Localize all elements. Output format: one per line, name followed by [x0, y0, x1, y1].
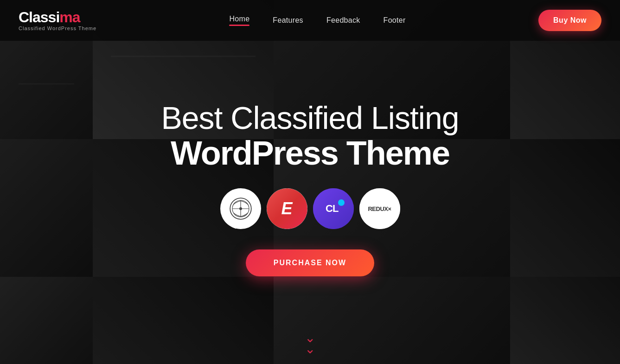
- navbar: Classima Classified WordPress Theme Home…: [0, 0, 620, 41]
- classima-icon: CL: [313, 188, 354, 229]
- nav-item-home[interactable]: Home: [229, 15, 249, 26]
- logo-classi: Classi: [19, 9, 59, 26]
- hero-title-line2: WordPress Theme: [171, 135, 449, 172]
- nav-link-features[interactable]: Features: [273, 16, 303, 24]
- redux-icon: REDUX×: [359, 188, 400, 229]
- svg-point-4: [239, 207, 242, 210]
- nav-links: Home Features Feedback Footer: [229, 15, 405, 26]
- chevron-down-icon-2: ⌄: [305, 344, 315, 355]
- nav-item-features[interactable]: Features: [273, 16, 303, 25]
- redux-label: REDUX×: [368, 205, 391, 212]
- nav-link-home[interactable]: Home: [229, 15, 249, 23]
- plugin-icons-row: E CL REDUX×: [220, 188, 400, 229]
- wordpress-icon: [220, 188, 261, 229]
- nav-item-footer[interactable]: Footer: [384, 16, 406, 25]
- svg-text:CL: CL: [326, 203, 339, 214]
- elementor-icon: E: [267, 188, 307, 229]
- redux-text: REDUX×: [359, 188, 400, 229]
- logo-subtitle: Classified WordPress Theme: [19, 26, 96, 31]
- hero-content: Best Classified Listing WordPress Theme …: [0, 41, 620, 364]
- buy-now-button[interactable]: Buy Now: [538, 10, 601, 31]
- svg-point-6: [338, 199, 345, 206]
- elementor-letter: E: [281, 199, 292, 218]
- nav-link-feedback[interactable]: Feedback: [326, 16, 360, 24]
- logo[interactable]: Classima Classified WordPress Theme: [19, 10, 96, 31]
- purchase-now-button[interactable]: PURCHASE NOW: [246, 249, 374, 276]
- hero-title-line1: Best Classified Listing: [161, 101, 459, 135]
- nav-link-footer[interactable]: Footer: [384, 16, 406, 24]
- logo-ima: ma: [59, 9, 80, 26]
- nav-item-feedback[interactable]: Feedback: [326, 16, 360, 25]
- chevron-icons: ⌄ ⌄: [305, 332, 315, 355]
- scroll-down-indicator[interactable]: ⌄ ⌄: [305, 332, 315, 355]
- logo-text: Classima: [19, 10, 96, 25]
- classima-letters: CL: [313, 188, 354, 229]
